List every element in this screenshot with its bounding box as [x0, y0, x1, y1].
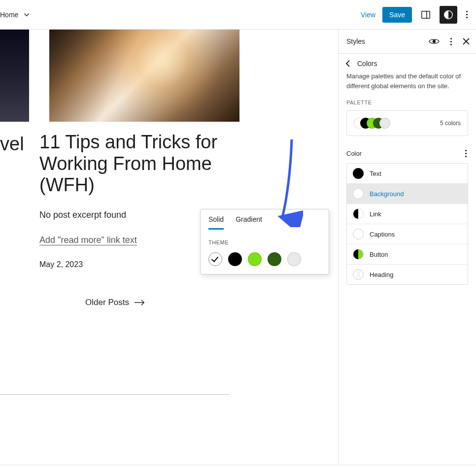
adjacent-post-title-fragment: vel — [0, 134, 26, 155]
home-label: Home — [0, 11, 18, 19]
palette-count: 5 colors — [440, 120, 461, 127]
arrow-right-icon — [134, 299, 145, 306]
sidebar-more-button[interactable] — [446, 38, 455, 45]
svg-rect-0 — [422, 11, 430, 18]
palette-card[interactable]: 5 colors — [346, 110, 468, 136]
colors-title: Colors — [357, 60, 377, 68]
tab-solid[interactable]: Solid — [208, 209, 224, 230]
color-indicator-captions — [353, 229, 364, 239]
swatch-1[interactable] — [208, 252, 222, 266]
styles-sidebar: Styles Colors Manage palettes and the de… — [338, 30, 476, 464]
more-options-button[interactable] — [462, 11, 471, 18]
theme-swatches — [208, 252, 321, 266]
sidebar-title: Styles — [346, 37, 365, 45]
swatch-2[interactable] — [228, 252, 242, 266]
colors-description: Manage palettes and the default color of… — [339, 71, 476, 100]
color-section-more-button[interactable] — [461, 150, 470, 157]
svg-point-4 — [433, 40, 436, 43]
color-item-background[interactable]: Background — [347, 183, 468, 204]
color-picker-popover: Solid Gradient THEME — [200, 209, 329, 274]
color-indicator-button — [353, 249, 364, 260]
post-image-right[interactable] — [49, 30, 239, 122]
save-button[interactable]: Save — [382, 7, 412, 23]
styles-toggle-button[interactable] — [440, 6, 457, 24]
older-posts-label: Older Posts — [85, 298, 129, 307]
bottom-border — [0, 465, 476, 465]
breadcrumb[interactable]: Home — [0, 10, 31, 19]
color-indicator-background — [353, 188, 364, 199]
post-image-left[interactable] — [0, 30, 29, 122]
content-divider — [0, 394, 230, 395]
sidebar-toggle-button[interactable] — [417, 6, 435, 24]
color-elements-list: Text Background Link Captions Button Hea… — [346, 163, 468, 285]
panel-icon — [420, 9, 431, 20]
view-link[interactable]: View — [359, 11, 377, 19]
palette-bubble-5 — [379, 118, 390, 129]
theme-label: THEME — [208, 239, 321, 245]
tab-gradient[interactable]: Gradient — [236, 209, 262, 230]
half-circle-icon — [443, 9, 454, 20]
palette-preview — [354, 118, 390, 129]
color-indicator-text — [353, 168, 364, 179]
swatch-4[interactable] — [268, 252, 281, 266]
top-bar: Home View Save — [0, 0, 476, 30]
color-item-captions[interactable]: Captions — [347, 224, 468, 244]
eye-icon[interactable] — [429, 38, 440, 45]
chevron-down-icon — [22, 10, 31, 19]
color-indicator-link — [353, 208, 364, 219]
close-icon[interactable] — [462, 37, 470, 45]
back-icon[interactable] — [344, 60, 352, 68]
color-section-title: Color — [346, 150, 362, 157]
color-item-link[interactable]: Link — [347, 204, 468, 224]
color-item-heading[interactable]: Heading — [347, 264, 468, 284]
swatch-3[interactable] — [248, 252, 262, 266]
color-item-text[interactable]: Text — [347, 164, 468, 183]
palette-section-label: PALETTE — [339, 100, 476, 110]
color-item-button[interactable]: Button — [347, 244, 468, 264]
post-title[interactable]: 11 Tips and Tricks for Working From Home… — [39, 132, 230, 196]
color-indicator-heading — [353, 269, 364, 280]
swatch-5[interactable] — [287, 252, 301, 266]
older-posts-link[interactable]: Older Posts — [0, 298, 230, 307]
